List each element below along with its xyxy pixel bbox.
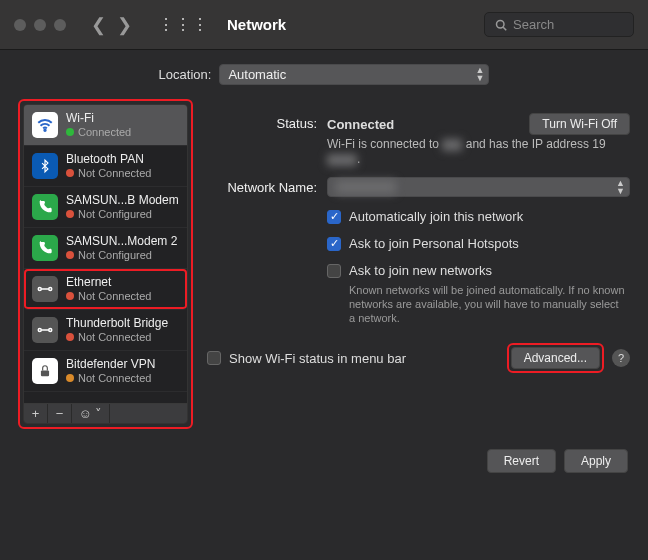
- auto-join-label: Automatically join this network: [349, 209, 523, 224]
- sidebar-item-label: SAMSUN...Modem 2: [66, 234, 177, 248]
- svg-point-6: [49, 329, 52, 332]
- forward-button[interactable]: ❯: [114, 14, 134, 36]
- sidebar-item-status: Not Connected: [66, 371, 155, 385]
- sidebar-item-label: Bluetooth PAN: [66, 152, 151, 166]
- sidebar-item-vpn[interactable]: Bitdefender VPN Not Connected: [24, 351, 187, 392]
- ask-hotspot-checkbox[interactable]: ✓: [327, 237, 341, 251]
- dialog-buttons: Revert Apply: [0, 439, 648, 483]
- status-row: Status: Connected Turn Wi-Fi Off Wi-Fi i…: [207, 113, 630, 167]
- remove-interface-button[interactable]: −: [48, 404, 72, 423]
- panel-area: Wi-Fi Connected Bluetooth PAN Not Connec…: [18, 99, 630, 429]
- interface-sidebar: Wi-Fi Connected Bluetooth PAN Not Connec…: [23, 104, 188, 424]
- phone-icon: [32, 194, 58, 220]
- window-title: Network: [227, 16, 286, 33]
- redacted-ssid: xx: [442, 139, 462, 151]
- chevron-updown-icon: ▲▼: [616, 179, 625, 195]
- show-all-icon[interactable]: ⋮⋮⋮: [158, 21, 209, 29]
- search-input[interactable]: Search: [484, 12, 634, 37]
- sidebar-item-label: Ethernet: [66, 275, 151, 289]
- sidebar-item-status: Not Configured: [66, 248, 177, 262]
- minimize-window-dot[interactable]: [34, 19, 46, 31]
- location-label: Location:: [159, 67, 212, 82]
- ask-new-note: Known networks will be joined automatica…: [327, 283, 627, 325]
- status-value: Connected: [327, 117, 394, 132]
- back-button[interactable]: ❮: [88, 14, 108, 36]
- ask-hotspot-row: ✓ Ask to join Personal Hotspots: [327, 236, 630, 251]
- sidebar-item-status: Not Configured: [66, 207, 179, 221]
- show-menubar-label: Show Wi-Fi status in menu bar: [229, 351, 406, 366]
- location-row: Location: Automatic ▲▼: [18, 64, 630, 85]
- titlebar: ❮ ❯ ⋮⋮⋮ Network Search: [0, 0, 648, 50]
- sidebar-item-label: SAMSUN...B Modem: [66, 193, 179, 207]
- turn-wifi-off-button[interactable]: Turn Wi-Fi Off: [529, 113, 630, 135]
- status-dot-icon: [66, 169, 74, 177]
- search-placeholder: Search: [513, 17, 554, 32]
- sidebar-item-ethernet[interactable]: Ethernet Not Connected: [24, 269, 187, 310]
- status-subtext: Wi-Fi is connected to xx and has the IP …: [327, 137, 617, 167]
- ask-new-checkbox[interactable]: [327, 264, 341, 278]
- sidebar-item-bluetooth[interactable]: Bluetooth PAN Not Connected: [24, 146, 187, 187]
- status-dot-icon: [66, 251, 74, 259]
- sidebar-item-status: Not Connected: [66, 166, 151, 180]
- ethernet-icon: [32, 276, 58, 302]
- add-interface-button[interactable]: +: [24, 404, 48, 423]
- content: Location: Automatic ▲▼ Wi-Fi Connected: [0, 50, 648, 439]
- redacted-network-name: [336, 180, 396, 194]
- lock-icon: [32, 358, 58, 384]
- sidebar-item-modem-1[interactable]: SAMSUN...B Modem Not Configured: [24, 187, 187, 228]
- ask-hotspot-label: Ask to join Personal Hotspots: [349, 236, 519, 251]
- svg-point-4: [49, 288, 52, 291]
- svg-point-5: [38, 329, 41, 332]
- status-dot-icon: [66, 210, 74, 218]
- sidebar-item-wifi[interactable]: Wi-Fi Connected: [24, 105, 187, 146]
- main-panel: Status: Connected Turn Wi-Fi Off Wi-Fi i…: [207, 99, 630, 373]
- sidebar-item-modem-2[interactable]: SAMSUN...Modem 2 Not Configured: [24, 228, 187, 269]
- more-interface-button[interactable]: ☺︎ ˅: [72, 404, 110, 423]
- window-controls: [14, 19, 66, 31]
- revert-button[interactable]: Revert: [487, 449, 556, 473]
- show-menubar-checkbox[interactable]: [207, 351, 221, 365]
- sidebar-item-label: Bitdefender VPN: [66, 357, 155, 371]
- advanced-button[interactable]: Advanced...: [511, 347, 600, 369]
- status-dot-icon: [66, 333, 74, 341]
- svg-point-0: [497, 20, 505, 28]
- auto-join-row: ✓ Automatically join this network: [327, 209, 630, 224]
- sidebar-item-status: Not Connected: [66, 289, 151, 303]
- thunderbolt-icon: [32, 317, 58, 343]
- ask-new-row: Ask to join new networks: [327, 263, 630, 278]
- network-name-select[interactable]: ▲▼: [327, 177, 630, 197]
- advanced-highlight-box: Advanced...: [507, 343, 604, 373]
- sidebar-footer: + − ☺︎ ˅: [24, 403, 187, 423]
- svg-rect-7: [41, 370, 49, 376]
- ask-new-label: Ask to join new networks: [349, 263, 492, 278]
- sidebar-item-thunderbolt[interactable]: Thunderbolt Bridge Not Connected: [24, 310, 187, 351]
- bluetooth-icon: [32, 153, 58, 179]
- sidebar-item-label: Wi-Fi: [66, 111, 131, 125]
- status-dot-icon: [66, 292, 74, 300]
- apply-button[interactable]: Apply: [564, 449, 628, 473]
- search-icon: [495, 19, 507, 31]
- wifi-icon: [32, 112, 58, 138]
- status-dot-icon: [66, 374, 74, 382]
- location-select[interactable]: Automatic ▲▼: [219, 64, 489, 85]
- status-label: Status:: [207, 113, 327, 131]
- nav-arrows: ❮ ❯: [88, 14, 134, 36]
- location-value: Automatic: [228, 67, 286, 82]
- svg-point-3: [38, 288, 41, 291]
- menubar-row: Show Wi-Fi status in menu bar: [207, 351, 406, 366]
- help-button[interactable]: ?: [612, 349, 630, 367]
- redacted-ip: xxxxx: [327, 154, 357, 166]
- status-dot-icon: [66, 128, 74, 136]
- sidebar-item-status: Connected: [66, 125, 131, 139]
- sidebar-item-label: Thunderbolt Bridge: [66, 316, 168, 330]
- network-name-label: Network Name:: [207, 177, 327, 195]
- phone-icon: [32, 235, 58, 261]
- close-window-dot[interactable]: [14, 19, 26, 31]
- sidebar-item-status: Not Connected: [66, 330, 168, 344]
- svg-point-2: [44, 130, 46, 132]
- bottom-row: Show Wi-Fi status in menu bar Advanced..…: [207, 343, 630, 373]
- zoom-window-dot[interactable]: [54, 19, 66, 31]
- network-name-row: Network Name: ▲▼ ✓ Automatically join th…: [207, 177, 630, 325]
- auto-join-checkbox[interactable]: ✓: [327, 210, 341, 224]
- chevron-updown-icon: ▲▼: [475, 66, 484, 82]
